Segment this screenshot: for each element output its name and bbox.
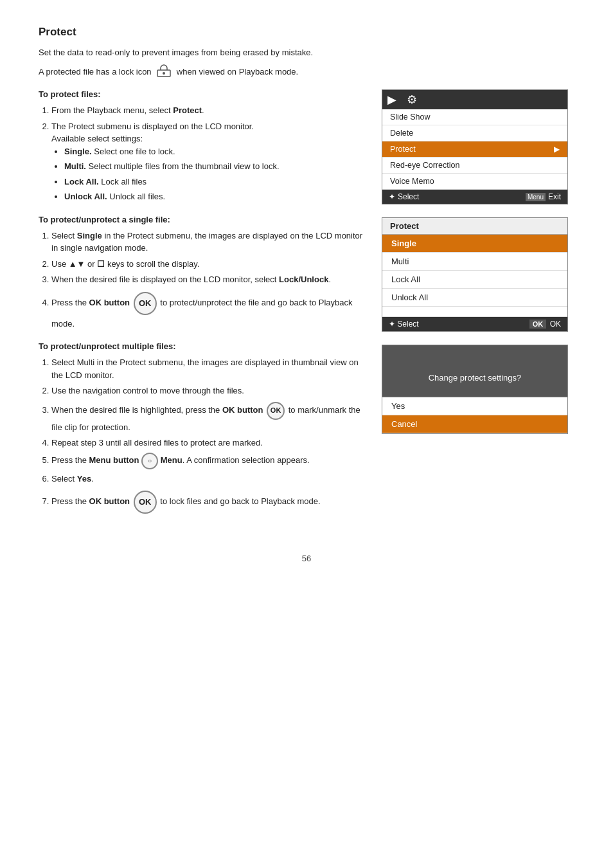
list-item: Use the navigation control to move throu… <box>51 384 369 397</box>
protect-item-single: Single <box>382 235 567 253</box>
arrows-icon: ✦ <box>389 192 395 201</box>
confirm-body: Change protect settings? <box>382 345 567 397</box>
confirm-cancel: Cancel <box>382 415 567 433</box>
ui-column: ▶ ⚙ Slide Show Delete Protect ▶ Red-eye … <box>382 89 574 528</box>
page-title: Protect <box>39 26 574 39</box>
menu-button-icon: ○ <box>141 453 158 469</box>
protect-item-unlockall: Unlock All <box>382 289 567 307</box>
footer-select: ✦ Select <box>389 192 419 201</box>
list-item: Single. Select one file to lock. <box>64 145 369 158</box>
multi-file-heading: To protect/unprotect multiple files: <box>39 341 369 351</box>
protect-item-lockall: Lock All <box>382 271 567 289</box>
cam-menu-footer: ✦ Select Menu Exit <box>382 190 567 204</box>
lock-icon <box>156 64 172 77</box>
section-protect-files: To protect files: From the Playback menu… <box>39 89 369 203</box>
list-item: Press the OK button OK to lock files and… <box>51 488 369 516</box>
menu-item-slideshow: Slide Show <box>382 109 567 125</box>
cam-panel-header: ▶ ⚙ <box>382 90 567 109</box>
confirm-options: Yes Cancel <box>382 397 567 433</box>
list-item: When the desired file is displayed on th… <box>51 273 369 286</box>
protect-panel-title: Protect <box>382 218 567 235</box>
protect-files-steps: From the Playback menu, select Protect. … <box>51 104 369 203</box>
camera-menu-panel: ▶ ⚙ Slide Show Delete Protect ▶ Red-eye … <box>382 89 568 204</box>
list-item: Press the OK button OK to protect/unprot… <box>51 289 369 330</box>
confirm-panel: Change protect settings? Yes Cancel <box>382 345 568 434</box>
ok-button-icon-2: OK <box>267 402 285 420</box>
intro-line2: A protected file has a lock icon when vi… <box>39 64 574 81</box>
multi-file-steps: Select Multi in the Protect submenu, the… <box>51 356 369 516</box>
menu-label-badge: Menu <box>526 193 546 201</box>
list-item: Unlock All. Unlock all files. <box>64 190 369 203</box>
list-item: Press the Menu button ○ Menu. A confirma… <box>51 453 369 469</box>
ok-badge: OK <box>529 320 547 329</box>
settings-tab-icon: ⚙ <box>407 93 417 107</box>
footer-exit: Menu Exit <box>526 192 561 201</box>
intro-line1: Set the data to read-only to prevent ima… <box>39 46 574 59</box>
settings-list: Single. Select one file to lock. Multi. … <box>64 145 369 203</box>
list-item: Multi. Select multiple files from the th… <box>64 160 369 173</box>
protect-files-heading: To protect files: <box>39 89 369 99</box>
confirm-yes: Yes <box>382 397 567 415</box>
menu-item-protect: Protect ▶ <box>382 141 567 158</box>
list-item: The Protect submenu is displayed on the … <box>51 120 369 203</box>
menu-item-voicememo: Voice Memo <box>382 174 567 190</box>
single-file-heading: To protect/unprotect a single file: <box>39 215 369 224</box>
list-item: Lock All. Lock all files <box>64 176 369 188</box>
chevron-right-icon: ▶ <box>554 145 560 154</box>
arrows-icon-2: ✦ <box>389 320 395 329</box>
svg-point-1 <box>163 72 165 75</box>
section-single-file: To protect/unprotect a single file: Sele… <box>39 215 369 330</box>
list-item: When the desired file is highlighted, pr… <box>51 401 369 434</box>
menu-item-delete: Delete <box>382 125 567 141</box>
available-settings-label: Available select settings: <box>51 134 143 143</box>
playback-tab-icon: ▶ <box>387 93 396 107</box>
list-item: Use ▲▼ or ☐ keys to scroll the display. <box>51 258 369 271</box>
list-item: Select Single in the Protect submenu, th… <box>51 230 369 255</box>
single-file-steps: Select Single in the Protect submenu, th… <box>51 230 369 330</box>
protect-submenu-panel: Protect Single Multi Lock All Unlock All… <box>382 217 568 332</box>
page-number: 56 <box>39 554 574 563</box>
spacer <box>382 307 567 317</box>
section-multi-file: To protect/unprotect multiple files: Sel… <box>39 341 369 516</box>
list-item: Select Yes. <box>51 473 369 485</box>
footer-select-protect: ✦ Select <box>389 320 419 329</box>
list-item: Select Multi in the Protect submenu, the… <box>51 356 369 381</box>
text-column: To protect files: From the Playback menu… <box>39 89 369 528</box>
menu-item-redeye: Red-eye Correction <box>382 158 567 174</box>
protect-panel-footer: ✦ Select OK OK <box>382 317 567 331</box>
list-item: From the Playback menu, select Protect. <box>51 104 369 117</box>
protect-item-multi: Multi <box>382 253 567 271</box>
ok-button-icon-3: OK <box>134 491 157 514</box>
list-item: Repeat step 3 until all desired files to… <box>51 437 369 449</box>
footer-ok-protect: OK OK <box>529 320 561 329</box>
ok-button-icon: OK <box>134 292 157 315</box>
